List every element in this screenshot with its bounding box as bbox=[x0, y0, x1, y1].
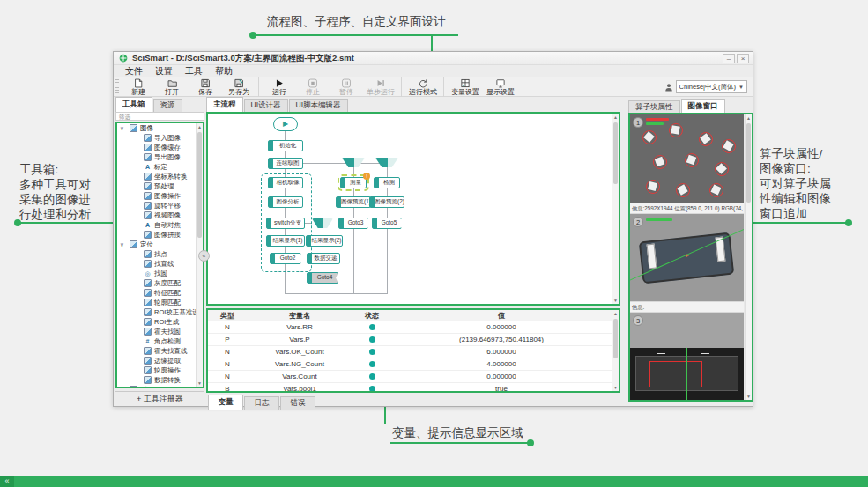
tree-row[interactable]: 霍夫找圆 bbox=[117, 327, 196, 336]
toolbar-button[interactable]: 变量设置 bbox=[443, 77, 483, 97]
flow-tab[interactable]: UI脚本编辑器 bbox=[289, 99, 348, 112]
tree-row[interactable]: 坐标系转换 bbox=[117, 172, 196, 181]
flow-node-Goto2[interactable]: Goto2 bbox=[270, 253, 301, 264]
toolbar-button[interactable]: 另存为 bbox=[222, 77, 256, 97]
bottom-tab[interactable]: 变量 bbox=[208, 395, 243, 410]
tree-row[interactable]: 特征匹配 bbox=[117, 288, 196, 298]
flow-node-图像预览(1)[interactable]: 图像预览(1) bbox=[336, 196, 371, 208]
toolbar-button[interactable]: 暂停 bbox=[330, 77, 363, 97]
tree-row[interactable]: 找直线 bbox=[117, 259, 196, 269]
image-window-1[interactable]: 1 bbox=[630, 114, 744, 203]
tool-register-button[interactable]: + 工具注册器 bbox=[115, 391, 204, 406]
tree-row[interactable]: 图像操作 bbox=[117, 191, 196, 201]
tree-row[interactable]: A 标定 bbox=[117, 162, 196, 172]
tree-row[interactable]: 图像拼接 bbox=[117, 230, 196, 240]
toolbar-button[interactable]: 显示设置 bbox=[483, 77, 518, 97]
table-row[interactable]: N Vars.OK_Count 6.000000 bbox=[208, 346, 612, 358]
sidebar-collapse-handle[interactable]: « bbox=[198, 250, 210, 262]
bottom-tab[interactable]: 日志 bbox=[244, 396, 279, 410]
tree-row[interactable]: 霍夫找直线 bbox=[117, 346, 196, 356]
tree-row[interactable]: 预处理 bbox=[117, 181, 196, 191]
toolbar-button[interactable]: 保存 bbox=[189, 77, 222, 97]
toolbar-button[interactable]: 停止 bbox=[296, 77, 330, 97]
tree-row[interactable]: 导入图像 bbox=[117, 133, 196, 143]
table-row[interactable]: B Vars.bool1 true bbox=[208, 383, 612, 391]
flow-node-trap[interactable] bbox=[375, 158, 398, 167]
tree-row[interactable]: 导出图像 bbox=[117, 152, 196, 162]
tree-row[interactable]: ∨ 定位 bbox=[117, 240, 196, 249]
flow-node-Goto3[interactable]: Goto3 bbox=[338, 218, 368, 229]
toolbar-button[interactable]: 运行模式 bbox=[401, 77, 441, 97]
right-panel-tab[interactable]: 图像窗口 bbox=[681, 99, 725, 114]
flow-node-连续取图[interactable]: 连续取图 bbox=[268, 158, 303, 169]
tree-row[interactable]: 数据转换 bbox=[117, 375, 196, 385]
menu-item[interactable]: 文件 bbox=[121, 65, 147, 77]
table-row[interactable]: P Vars.P (2139.646973,750.411804) bbox=[208, 334, 612, 346]
menu-item[interactable]: 设置 bbox=[151, 65, 177, 77]
filter-input[interactable]: 筛选 bbox=[115, 112, 204, 121]
flow-node-初始化[interactable]: 初始化 bbox=[268, 140, 303, 151]
sidebar-tab[interactable]: 资源 bbox=[153, 99, 182, 112]
scroll-thumb[interactable] bbox=[613, 319, 618, 358]
flow-node-相机取像[interactable]: 相机取像 bbox=[268, 177, 303, 188]
right-panel-scrollbar[interactable]: ▲ ▼ bbox=[745, 114, 752, 400]
tree-row[interactable]: 轮廓匹配 bbox=[117, 298, 196, 307]
flow-tab[interactable]: UI设计器 bbox=[244, 99, 288, 112]
flow-node-start[interactable]: ▶ bbox=[273, 117, 298, 131]
flowchart-canvas[interactable]: ▶初始化连续取图相机取像测量检测图像分析图像预览(1)图像预览(2)switch… bbox=[208, 114, 612, 304]
tree-row[interactable]: ∨ 测量 bbox=[117, 385, 196, 387]
bottom-tab[interactable]: 错误 bbox=[280, 396, 315, 410]
scroll-thumb[interactable] bbox=[746, 123, 751, 203]
tree-row[interactable]: 旋转平移 bbox=[117, 201, 196, 210]
table-scrollbar[interactable]: ▲ ▼ bbox=[612, 310, 619, 391]
table-row[interactable]: N Vars.NG_Count 4.000000 bbox=[208, 358, 612, 371]
tree-row[interactable]: 找点 bbox=[117, 249, 196, 259]
flow-node-图像分析[interactable]: 图像分析 bbox=[268, 196, 303, 208]
toolbar-button[interactable]: 新建 bbox=[122, 77, 155, 97]
flow-tab[interactable]: 主流程 bbox=[206, 97, 243, 112]
flow-node-检测[interactable]: 检测 bbox=[374, 177, 400, 188]
tree-row[interactable]: ROI生成 bbox=[117, 317, 196, 327]
close-button[interactable]: × bbox=[737, 54, 749, 63]
tree-row[interactable]: A 自动对焦 bbox=[117, 220, 196, 230]
toolbar-grip bbox=[115, 79, 119, 95]
tree-row[interactable]: # 角点检测 bbox=[117, 336, 196, 346]
tree-row[interactable]: 轮廓操作 bbox=[117, 365, 196, 375]
scroll-thumb[interactable] bbox=[197, 132, 202, 238]
tree-row[interactable]: ∨ 图像 bbox=[117, 123, 196, 133]
tree-row[interactable]: 边缘提取 bbox=[117, 356, 196, 365]
toolbar-button[interactable]: 运行 bbox=[258, 77, 296, 97]
flow-node-Goto5[interactable]: Goto5 bbox=[372, 218, 402, 229]
chevrons-left-icon[interactable]: « bbox=[0, 476, 14, 487]
right-panel-tab[interactable]: 算子块属性 bbox=[628, 100, 680, 114]
menu-item[interactable]: 帮助 bbox=[211, 65, 237, 77]
tree-row[interactable]: 视频图像 bbox=[117, 210, 196, 220]
scroll-thumb[interactable] bbox=[613, 122, 618, 184]
tree-row[interactable]: 灰度匹配 bbox=[117, 278, 196, 288]
sidebar-tab[interactable]: 工具箱 bbox=[115, 97, 152, 112]
menu-item[interactable]: 工具 bbox=[181, 65, 207, 77]
flow-node-结果显示(1)[interactable]: 结果显示(1) bbox=[266, 235, 305, 247]
table-row[interactable]: N Vars.Count 0.000000 bbox=[208, 371, 612, 383]
language-select[interactable]: Chinese|中文(简体) ▼ bbox=[676, 80, 747, 93]
tree-row[interactable]: ◎ 找圆 bbox=[117, 269, 196, 278]
annotation-top: 流程图、子程序、自定义界面设计 bbox=[267, 14, 446, 29]
flow-node-图像预览(2)[interactable]: 图像预览(2) bbox=[369, 196, 404, 208]
toolbar-button[interactable]: 打开 bbox=[155, 77, 189, 97]
flow-node-数据交递[interactable]: 数据交递 bbox=[307, 253, 340, 264]
tree-row[interactable]: ROI校正基准设置 bbox=[117, 307, 196, 317]
flow-node-switch分支[interactable]: switch分支 bbox=[266, 218, 305, 229]
flow-node-trap[interactable] bbox=[342, 158, 365, 167]
toolbar-button[interactable]: 单步运行 bbox=[363, 77, 398, 97]
table-row[interactable]: N Vars.RR 0.000000 bbox=[208, 321, 612, 334]
flow-node-结果显示(2)[interactable]: 结果显示(2) bbox=[306, 235, 343, 247]
tree-row[interactable]: 图像缓存 bbox=[117, 143, 196, 152]
detected-part bbox=[699, 132, 713, 146]
flow-node-Goto4[interactable]: Goto4 bbox=[307, 272, 338, 284]
minimize-button[interactable]: – bbox=[723, 54, 735, 63]
flow-node-trap[interactable] bbox=[312, 218, 333, 228]
image-window-2[interactable]: 2 + bbox=[630, 214, 744, 301]
flowchart-scrollbar[interactable]: ▲ ▼ bbox=[612, 114, 619, 304]
image-window-3[interactable]: 3 bbox=[630, 313, 744, 400]
flow-node-测量[interactable]: 测量 bbox=[340, 177, 367, 188]
